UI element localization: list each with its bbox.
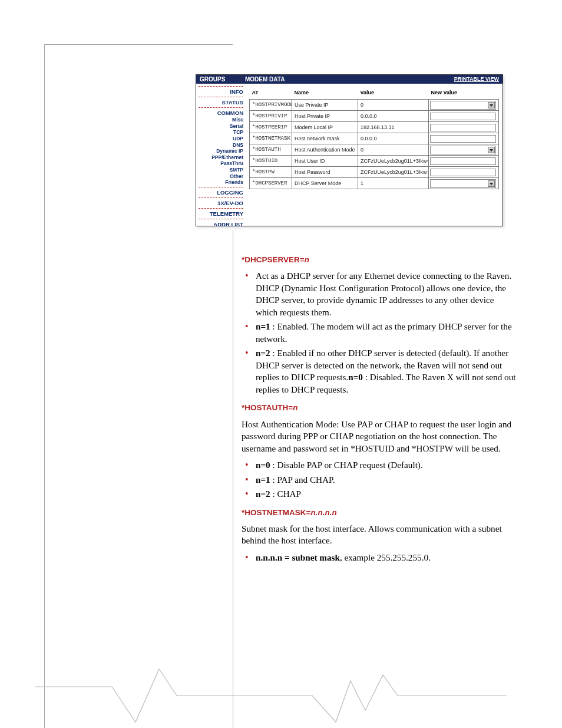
cell-newvalue [429,122,499,133]
newvalue-input[interactable] [430,135,496,143]
table-row: *HOSTPRIVMODEUse Private IP0 [250,100,499,111]
cell-value: 192.168.13.31 [358,122,429,133]
sidebar-sub-friends[interactable]: Friends [199,179,243,186]
cmd-param: n [305,255,309,264]
doc-body: *DHCPSERVER=n Act as a DHCP server for a… [242,248,517,571]
table-row: *HOSTPRIVIPHost Private IP0.0.0.0 [250,111,499,122]
col-value: Value [358,87,429,100]
cell-value: 1 [358,178,429,189]
cell-name: Modem Local IP [292,122,358,133]
sidebar-sub-smtp[interactable]: SMTP [199,167,243,173]
cell-value: ZCFzUUeLycb2ug01L+3Ikw== [358,167,429,178]
paragraph: Host Authentication Mode: Use PAP or CHA… [242,419,517,455]
cell-at: *HOSTPEERIP [250,122,292,133]
heading-dhcpserver: *DHCPSERVER=n [242,255,517,265]
col-name: Name [292,87,358,100]
cell-newvalue [429,144,499,156]
sidebar-item-addrlist[interactable]: ADDR LIST [199,220,243,228]
modem-data-table: AT Name Value New Value *HOSTPRIVMODEUse… [249,87,499,189]
footer-wave-icon [35,663,507,728]
newvalue-select[interactable] [430,101,496,110]
chevron-down-icon [488,180,495,187]
modem-data-header: MODEM DATA [242,75,451,84]
newvalue-input[interactable] [430,157,496,165]
heading-hostauth: *HOSTAUTH=n [242,403,517,413]
sidebar-sub-other[interactable]: Other [199,173,243,180]
cell-newvalue [429,167,499,178]
printable-view-link[interactable]: PRINTABLE VIEW [451,75,503,84]
list-item: n=0 : Disable PAP or CHAP request (Defau… [254,459,517,472]
col-newvalue: New Value [429,87,499,100]
cell-at: *HOSTAUTH [250,144,292,156]
modem-data-screenshot: GROUPS MODEM DATA PRINTABLE VIEW INFO ST… [196,74,503,226]
cell-at: *HOSTUID [250,156,292,167]
cell-value: 0 [358,144,429,156]
cell-newvalue [429,156,499,167]
sidebar-item-telemetry[interactable]: TELEMETRY [199,210,243,218]
newvalue-input[interactable] [430,169,496,176]
sidebar-sub-tcp[interactable]: TCP [199,129,243,136]
sidebar-sub-dynamicip[interactable]: Dynamic IP [199,148,243,154]
sidebar-sub-misc[interactable]: Misc [199,117,243,123]
cell-at: *HOSTPRIVIP [250,111,292,122]
sidebar-item-logging[interactable]: LOGGING [199,189,243,196]
cell-newvalue [429,111,499,122]
list-item: n=2 : Enabled if no other DHCP server is… [254,347,517,396]
sidebar-sub-udp[interactable]: UDP [199,136,243,142]
cmd-name: *HOSTNETMASK= [242,508,310,517]
groups-header: GROUPS [196,75,242,84]
cmd-name: *HOSTAUTH= [242,403,293,412]
list-item: n=1 : PAP and CHAP. [254,474,517,486]
cell-name: Host Authentication Mode [292,144,358,156]
table-row: *HOSTPWHost PasswordZCFzUUeLycb2ug01L+3I… [250,167,499,178]
newvalue-input[interactable] [430,124,496,131]
table-row: *HOSTUIDHost User IDZCFzUUeLycb2ug01L+3I… [250,156,499,167]
sidebar-item-status[interactable]: STATUS [199,98,243,106]
cell-newvalue [429,133,499,144]
cell-name: Host User ID [292,156,358,167]
cmd-param: n.n.n.n [310,508,336,517]
chevron-down-icon [488,147,495,153]
table-row: *HOSTPEERIPModem Local IP192.168.13.31 [250,122,499,133]
heading-hostnetmask: *HOSTNETMASK=n.n.n.n [242,508,517,518]
list-item: n=1 : Enabled. The modem will act as the… [254,321,517,345]
table-row: *HOSTNETMASKHost network mask0.0.0.0 [250,133,499,144]
newvalue-select[interactable] [430,146,496,154]
cell-at: *HOSTNETMASK [250,133,292,144]
cell-newvalue [429,178,499,189]
list-item: n.n.n.n = subnet mask, example 255.255.2… [254,552,517,564]
sidebar-sub-pppeth[interactable]: PPP/Ethernet [199,154,243,161]
list-item: n=2 : CHAP [254,488,517,500]
sidebar-sub-serial[interactable]: Serial [199,123,243,130]
list-item: Act as a DHCP server for any Ethernet de… [254,270,517,318]
sidebar-item-info[interactable]: INFO [199,88,243,95]
cell-name: Use Private IP [292,100,358,111]
sidebar-sub-passthru[interactable]: PassThru [199,160,243,167]
paragraph: Subnet mask for the host interface. Allo… [242,523,517,547]
cell-at: *HOSTPRIVMODE [250,100,292,111]
table-row: *HOSTAUTHHost Authentication Mode0 [250,144,499,156]
cell-name: Host Private IP [292,111,358,122]
cell-value: 0.0.0.0 [358,111,429,122]
groups-sidebar: INFO STATUS COMMON Misc Serial TCP UDP D… [196,84,246,235]
sidebar-item-1x-evdo[interactable]: 1X/EV-DO [199,199,243,207]
newvalue-input[interactable] [430,113,496,120]
margin-rule-left [44,44,45,728]
cell-at: *DHCPSERVER [250,178,292,189]
cmd-name: *DHCPSERVER= [242,255,305,264]
col-at: AT [250,87,292,100]
margin-rule-inner [233,230,233,728]
cmd-param: n [293,403,297,412]
cell-at: *HOSTPW [250,167,292,178]
cell-value: 0 [358,100,429,111]
chevron-down-icon [488,102,495,108]
sidebar-item-common[interactable]: COMMON [199,109,243,117]
newvalue-select[interactable] [430,179,496,188]
sidebar-sub-dns[interactable]: DNS [199,142,243,149]
cell-name: DHCP Server Mode [292,178,358,189]
cell-name: Host network mask [292,133,358,144]
margin-rule-top [44,44,233,45]
cell-value: ZCFzUUeLycb2ug01L+3Ikw== [358,156,429,167]
cell-newvalue [429,100,499,111]
table-row: *DHCPSERVERDHCP Server Mode1 [250,178,499,189]
